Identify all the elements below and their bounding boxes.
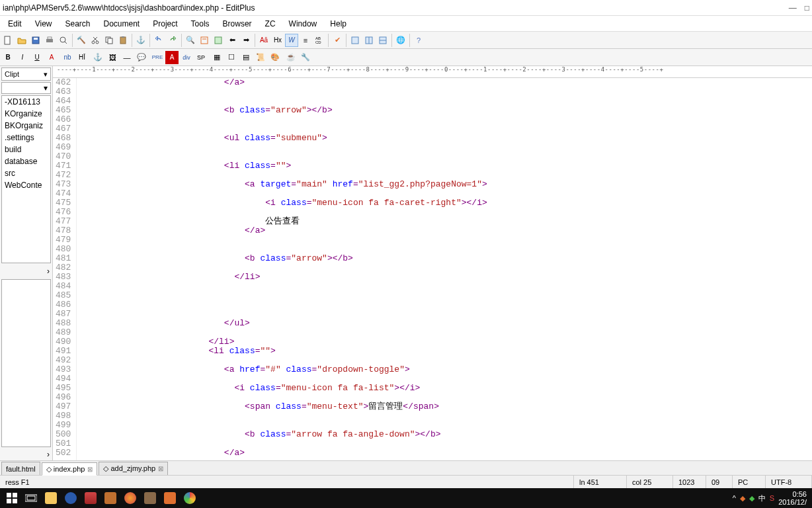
- start-button[interactable]: [3, 489, 21, 507]
- check-icon[interactable]: ✔: [331, 34, 344, 47]
- coffee-icon[interactable]: ☕: [284, 51, 298, 64]
- redo-icon[interactable]: [166, 34, 179, 47]
- app-icon-3[interactable]: [160, 489, 180, 507]
- hi-button[interactable]: HĪ: [75, 51, 89, 64]
- tab-fault-html[interactable]: fault.html: [1, 462, 40, 475]
- tray-arrow-icon[interactable]: ^: [733, 494, 736, 502]
- menu-browser[interactable]: Browser: [218, 18, 257, 30]
- menu-project[interactable]: Project: [147, 18, 183, 30]
- file-list-empty[interactable]: [1, 279, 51, 447]
- edge-icon[interactable]: [61, 489, 81, 507]
- bold-button[interactable]: B: [1, 51, 15, 64]
- italic-button[interactable]: I: [16, 51, 29, 64]
- folder-item[interactable]: .settings: [2, 132, 50, 144]
- anchor2-icon[interactable]: ⚓: [91, 51, 104, 64]
- hex-icon[interactable]: Hx: [271, 34, 284, 47]
- sp-button[interactable]: SP: [194, 51, 208, 64]
- nb-button[interactable]: nb: [61, 51, 74, 64]
- svg-rect-23: [7, 493, 11, 497]
- app-icon-1[interactable]: [101, 489, 120, 507]
- clock-date: 2016/12/: [778, 498, 807, 506]
- cliptext-dropdown[interactable]: Clipt ▾: [1, 67, 51, 81]
- script-icon[interactable]: 📜: [254, 51, 267, 64]
- ime-icon[interactable]: 中: [758, 493, 766, 503]
- copy-icon[interactable]: [102, 34, 116, 47]
- align-button[interactable]: A: [165, 51, 179, 64]
- menu-edit[interactable]: Edit: [3, 18, 27, 30]
- folder-item[interactable]: src: [2, 167, 50, 179]
- tray-icon[interactable]: S: [770, 494, 774, 502]
- div-button[interactable]: div: [180, 51, 193, 64]
- preview-icon[interactable]: [57, 34, 70, 47]
- app-icon-4[interactable]: [180, 489, 200, 507]
- goto-icon[interactable]: [198, 34, 211, 47]
- code-editor[interactable]: 4624634644654664674684694704714724734744…: [53, 78, 812, 460]
- taskview-icon[interactable]: [21, 489, 41, 507]
- window2-icon[interactable]: [362, 34, 376, 47]
- open-folder-icon[interactable]: [15, 34, 28, 47]
- table-icon[interactable]: ▦: [210, 51, 223, 64]
- save-icon[interactable]: [29, 34, 42, 47]
- find-icon[interactable]: 🔍: [184, 34, 197, 47]
- tray-icon[interactable]: ◆: [749, 494, 754, 503]
- menu-document[interactable]: Document: [99, 18, 145, 30]
- folder-item[interactable]: -XD16113: [2, 96, 50, 108]
- tray-icon[interactable]: ◆: [740, 494, 745, 503]
- menu-view[interactable]: View: [30, 18, 58, 30]
- comment-icon[interactable]: 💬: [135, 51, 148, 64]
- help-icon[interactable]: ?: [412, 34, 425, 47]
- layout-icon[interactable]: AB CD: [313, 34, 326, 47]
- minimize-button[interactable]: —: [789, 3, 797, 13]
- chars-icon[interactable]: ≡: [299, 34, 312, 47]
- wordwrap-icon[interactable]: W: [285, 34, 298, 47]
- explorer-icon[interactable]: [41, 489, 61, 507]
- menu-help[interactable]: Help: [325, 18, 352, 30]
- folder-item[interactable]: KOrganize: [2, 108, 50, 120]
- new-file-icon[interactable]: [1, 34, 15, 47]
- side-chevron[interactable]: ▾: [1, 82, 51, 94]
- print-icon[interactable]: [43, 34, 56, 47]
- hr-icon[interactable]: —: [120, 51, 134, 64]
- paste-icon[interactable]: [116, 34, 130, 47]
- folder-item[interactable]: BKOrganiz: [2, 120, 50, 132]
- window3-icon[interactable]: [376, 34, 389, 47]
- indent-right-icon[interactable]: ➡: [239, 34, 253, 47]
- form-icon[interactable]: ☐: [225, 51, 238, 64]
- editplus-icon[interactable]: [81, 489, 101, 507]
- folder-item[interactable]: database: [2, 155, 50, 167]
- css-icon[interactable]: 🎨: [268, 51, 282, 64]
- list-icon[interactable]: ▤: [239, 51, 253, 64]
- maximize-button[interactable]: □: [805, 3, 809, 13]
- folder-list[interactable]: -XD16113 KOrganize BKOrganiz .settings b…: [1, 95, 51, 263]
- menu-tools[interactable]: Tools: [186, 18, 215, 30]
- chevron-right-icon[interactable]: ›: [47, 267, 50, 276]
- anchor-icon[interactable]: ⚓: [134, 34, 147, 47]
- menu-window[interactable]: Window: [284, 18, 323, 30]
- menu-zc[interactable]: ZC: [260, 18, 281, 30]
- side-bottom-chevron[interactable]: ›: [0, 448, 52, 460]
- code-content[interactable]: </a> <b class="arrow"></b> <ul class="su…: [77, 78, 812, 460]
- pre-button[interactable]: PRE: [151, 51, 164, 64]
- hammer-icon[interactable]: 🔨: [75, 34, 88, 47]
- close-tab-icon[interactable]: ⊠: [158, 465, 163, 472]
- clock[interactable]: 0:56 2016/12/: [778, 490, 807, 506]
- tab-index-php[interactable]: ◇ index.php ⊠: [42, 462, 98, 476]
- firefox-icon[interactable]: [120, 489, 140, 507]
- browser-icon[interactable]: 🌐: [394, 34, 407, 47]
- close-tab-icon[interactable]: ⊠: [87, 466, 93, 473]
- app-icon-2[interactable]: [140, 489, 160, 507]
- menu-search[interactable]: Search: [60, 18, 95, 30]
- window1-icon[interactable]: [348, 34, 362, 47]
- undo-icon[interactable]: [152, 34, 165, 47]
- tools-icon[interactable]: 🔧: [299, 51, 312, 64]
- folder-item[interactable]: build: [2, 144, 50, 155]
- replace-icon[interactable]: [212, 34, 225, 47]
- cut-icon[interactable]: [89, 34, 102, 47]
- folder-item[interactable]: WebConte: [2, 179, 50, 191]
- tab-add-zjmy-php[interactable]: ◇ add_zjmy.php ⊠: [99, 462, 168, 475]
- font-icon[interactable]: Aā: [257, 34, 270, 47]
- image-icon[interactable]: 🖼: [106, 51, 119, 64]
- underline-button[interactable]: U: [30, 51, 44, 64]
- font-color-button[interactable]: A: [45, 51, 58, 64]
- indent-left-icon[interactable]: ⬅: [225, 34, 239, 47]
